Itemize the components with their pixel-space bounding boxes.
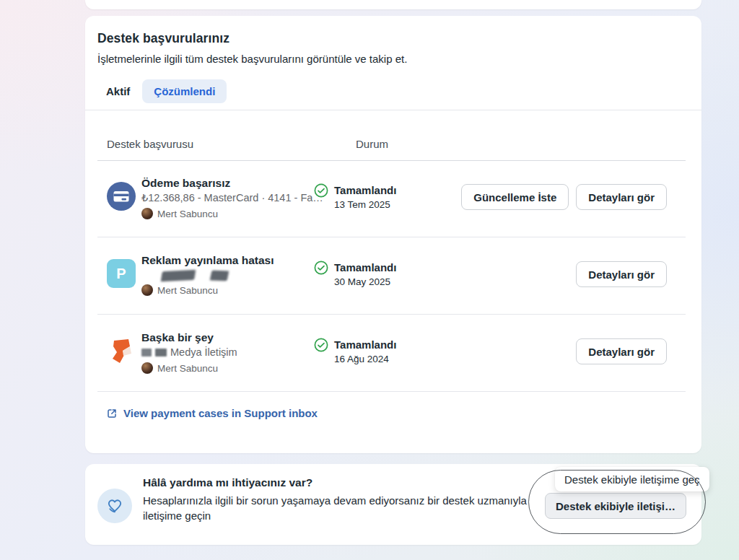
redacted-text [141, 349, 152, 356]
case-subtitle: ₺12.368,86 - MasterCard · 4141 - Fa… [141, 191, 309, 205]
help-body: Hesaplarınızla ilgili bir sorun yaşamaya… [143, 493, 556, 523]
case-title: Ödeme başarısız [141, 176, 309, 191]
case-subtitle: Medya İletişim [141, 346, 309, 359]
status-tabs: Aktif Çözümlendi [106, 78, 227, 105]
ribbon-logo-icon [107, 336, 136, 365]
care-heart-icon [97, 489, 132, 523]
avatar [141, 362, 153, 374]
check-circle-icon [314, 338, 328, 352]
table-row: P Reklam yayınlama hatası Mert Sabuncu [85, 237, 701, 315]
avatar [141, 208, 153, 219]
case-person: Mert Sabuncu [141, 362, 309, 374]
tabs-divider [85, 110, 701, 110]
status-date: 16 Ağu 2024 [334, 354, 396, 364]
status-date: 13 Tem 2025 [334, 199, 396, 210]
page-p-icon: P [107, 259, 136, 288]
page-subtitle: İşletmelerinle ilgili tüm destek başvuru… [97, 53, 407, 65]
credit-card-icon [107, 182, 136, 211]
previous-card-edge [85, 0, 701, 9]
view-details-button[interactable]: Detayları gör [576, 261, 667, 287]
person-name: Mert Sabuncu [157, 209, 218, 219]
help-title: Hâlâ yardıma mı ihtiyacınız var? [143, 476, 556, 489]
view-details-button[interactable]: Detayları gör [576, 338, 667, 364]
contact-support-button[interactable]: Destek ekibiyle iletişi… [545, 493, 686, 519]
case-title: Başka bir şey [141, 331, 309, 345]
status-label: Tamamlandı [334, 183, 396, 197]
row-divider [97, 391, 686, 392]
table-row: Ödeme başarısız ₺12.368,86 - MasterCard … [85, 160, 701, 237]
support-inbox-link[interactable]: View payment cases in Support inbox [106, 407, 318, 419]
check-circle-icon [314, 261, 328, 275]
status-label: Tamamlandı [334, 338, 396, 351]
table-row: Başka bir şey Medya İletişim Mert Sabunc… [85, 315, 701, 392]
request-update-button[interactable]: Güncelleme İste [461, 184, 569, 210]
case-list: Ödeme başarısız ₺12.368,86 - MasterCard … [85, 160, 701, 392]
column-header-status: Durum [356, 138, 388, 150]
case-status: Tamamlandı 30 May 2025 [314, 261, 451, 287]
case-status: Tamamlandı 13 Tem 2025 [314, 183, 451, 210]
status-label: Tamamlandı [334, 261, 396, 274]
tab-aktif[interactable]: Aktif [106, 79, 130, 103]
case-person: Mert Sabuncu [141, 284, 309, 296]
page-title: Destek başvurularınız [97, 31, 229, 46]
redacted-text [141, 270, 309, 281]
contact-support-tooltip: Destek ekibiyle iletişime geç [555, 467, 709, 491]
case-status: Tamamlandı 16 Ağu 2024 [314, 338, 451, 364]
external-link-icon [106, 408, 118, 419]
column-header-case: Destek başvurusu [107, 138, 193, 150]
status-date: 30 May 2025 [334, 276, 396, 287]
person-name: Mert Sabuncu [157, 363, 218, 374]
tab-cozumlendi[interactable]: Çözümlendi [142, 79, 227, 103]
case-person: Mert Sabuncu [141, 208, 309, 219]
case-title: Reklam yayınlama hatası [141, 253, 309, 268]
view-details-button[interactable]: Detayları gör [576, 184, 667, 210]
avatar [141, 284, 153, 296]
check-circle-icon [314, 183, 328, 198]
support-cases-panel: Destek başvurularınız İşletmelerinle ilg… [85, 16, 701, 453]
redacted-text [155, 349, 167, 356]
person-name: Mert Sabuncu [157, 285, 218, 296]
